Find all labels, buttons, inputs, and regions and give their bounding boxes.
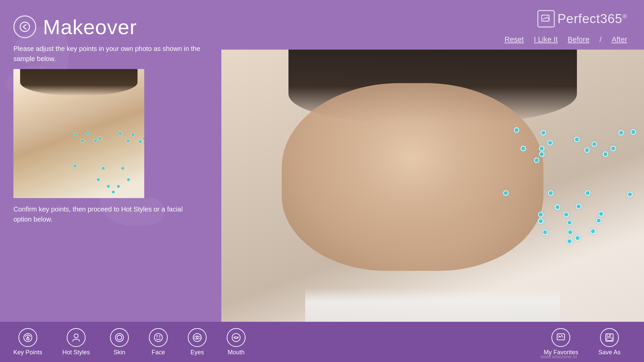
instruction-text: Please adjust the key points in your own… — [13, 44, 201, 64]
sample-keypoint[interactable] — [143, 137, 144, 140]
sample-keypoint[interactable] — [107, 185, 110, 188]
svg-point-17 — [558, 335, 559, 336]
before-link[interactable]: Before — [568, 35, 590, 44]
main-keypoint[interactable] — [590, 229, 596, 234]
my-favorites-icon — [551, 328, 570, 347]
sample-keypoint[interactable] — [127, 178, 130, 181]
sample-keypoint[interactable] — [131, 133, 135, 136]
svg-point-4 — [74, 334, 78, 338]
back-button[interactable] — [13, 15, 36, 38]
svg-point-0 — [20, 22, 30, 32]
main-keypoint[interactable] — [539, 152, 544, 157]
svg-rect-20 — [607, 338, 612, 341]
main-keypoint[interactable] — [538, 212, 543, 217]
sample-keypoint[interactable] — [74, 133, 77, 136]
main-keypoint[interactable] — [514, 127, 519, 133]
main-keypoint[interactable] — [542, 230, 548, 235]
main-keypoint[interactable] — [596, 218, 601, 223]
after-link[interactable]: After — [612, 35, 627, 44]
main-keypoint[interactable] — [555, 204, 560, 210]
toolbar-left: Key Points Hot Styles Skin — [13, 328, 256, 356]
main-keypoint[interactable] — [547, 140, 553, 145]
main-keypoint[interactable] — [567, 239, 572, 244]
face-label: Face — [152, 349, 165, 356]
main-keypoint[interactable] — [619, 130, 624, 135]
action-links: Reset I Like It Before / After — [504, 35, 627, 44]
logo-text: Perfect365® — [557, 12, 627, 26]
sample-keypoint[interactable] — [121, 167, 124, 170]
main-keypoint[interactable] — [521, 146, 526, 151]
main-keypoint[interactable] — [564, 212, 569, 217]
reset-link[interactable]: Reset — [504, 35, 524, 44]
save-as-icon — [600, 328, 619, 347]
svg-point-7 — [154, 334, 162, 342]
main-keypoint[interactable] — [574, 137, 580, 142]
svg-point-9 — [159, 336, 160, 337]
svg-point-14 — [232, 334, 240, 342]
toolbar-item-save-as[interactable]: Save As — [588, 328, 631, 356]
toolbar-item-hot-styles[interactable]: Hot Styles — [52, 328, 100, 356]
svg-point-13 — [197, 337, 197, 338]
main-keypoint[interactable] — [603, 152, 608, 157]
confirm-text: Confirm key points, then proceed to Hot … — [13, 204, 201, 224]
key-points-label: Key Points — [13, 349, 42, 356]
toolbar-item-face[interactable]: Face — [139, 328, 178, 356]
main-keypoint[interactable] — [576, 204, 581, 209]
logo-icon — [537, 10, 555, 27]
main-keypoint[interactable] — [631, 129, 636, 135]
sample-keypoint[interactable] — [102, 167, 105, 170]
svg-point-12 — [196, 337, 198, 339]
eyes-label: Eyes — [191, 349, 204, 356]
skin-label: Skin — [114, 349, 125, 356]
main-keypoint[interactable] — [567, 220, 572, 225]
main-keypoint[interactable] — [568, 230, 573, 235]
sample-keypoint[interactable] — [81, 139, 84, 142]
sample-keypoint[interactable] — [86, 132, 90, 135]
left-panel: Please adjust the key points in your own… — [13, 44, 201, 322]
watermark: www.wisezone.ru — [541, 354, 577, 359]
main-keypoint[interactable] — [584, 147, 590, 153]
i-like-it-link[interactable]: I Like It — [534, 35, 558, 44]
main-keypoint[interactable] — [610, 146, 616, 151]
svg-point-3 — [27, 337, 29, 339]
sample-keypoint[interactable] — [118, 132, 122, 135]
svg-rect-19 — [607, 334, 610, 337]
main-keypoint[interactable] — [592, 141, 597, 147]
face-icon — [149, 328, 168, 347]
mouth-label: Mouth — [228, 349, 245, 356]
main-keypoint[interactable] — [548, 190, 553, 196]
toolbar-item-mouth[interactable]: Mouth — [217, 328, 256, 356]
toolbar-item-key-points[interactable]: Key Points — [13, 328, 52, 356]
sample-keypoint[interactable] — [97, 178, 100, 181]
main-keypoint[interactable] — [585, 190, 590, 196]
sample-keypoint[interactable] — [94, 139, 97, 142]
sample-keypoint[interactable] — [139, 140, 142, 143]
toolbar-item-my-favorites[interactable]: My Favorites — [544, 328, 588, 356]
sample-face — [13, 69, 144, 198]
sample-keypoint[interactable] — [73, 164, 76, 168]
svg-point-5 — [115, 334, 123, 342]
hot-styles-icon — [67, 328, 86, 347]
key-points-icon — [18, 328, 37, 347]
main-photo-area — [221, 50, 644, 322]
svg-point-8 — [157, 336, 158, 337]
main-keypoint[interactable] — [598, 211, 604, 217]
sample-keypoint[interactable] — [117, 185, 120, 188]
eyes-icon — [188, 328, 207, 347]
mouth-icon — [227, 328, 246, 347]
sample-keypoint[interactable] — [112, 190, 115, 194]
svg-point-6 — [117, 335, 122, 340]
sample-keypoint[interactable] — [126, 139, 130, 142]
app-logo: Perfect365® — [537, 10, 627, 27]
hot-styles-label: Hot Styles — [62, 349, 90, 356]
main-keypoint[interactable] — [538, 219, 543, 224]
main-keypoint[interactable] — [534, 158, 539, 163]
main-keypoint[interactable] — [503, 190, 508, 196]
main-keypoint[interactable] — [627, 192, 633, 197]
main-keypoint[interactable] — [539, 146, 544, 151]
sample-keypoint[interactable] — [98, 137, 102, 140]
main-keypoint[interactable] — [541, 130, 546, 135]
toolbar-item-eyes[interactable]: Eyes — [178, 328, 217, 356]
main-keypoint[interactable] — [575, 235, 580, 241]
toolbar-item-skin[interactable]: Skin — [100, 328, 139, 356]
